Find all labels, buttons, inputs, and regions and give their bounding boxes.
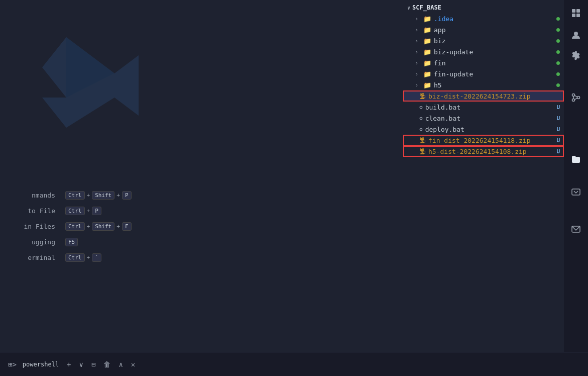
bat-icon: ⚙: [419, 104, 423, 111]
debug-console-icon-btn[interactable]: [567, 183, 585, 201]
folder-icon: 📁: [423, 15, 431, 23]
shortcut-search-label: in Files: [5, 223, 55, 230]
svg-rect-11: [572, 189, 580, 195]
extensions-icon-btn[interactable]: [567, 4, 585, 22]
shortcuts-area: nmands Ctrl + Shift + P to File Ctrl + P…: [0, 191, 201, 269]
settings-icon-btn[interactable]: [567, 46, 585, 64]
badge-u-build: U: [556, 104, 560, 111]
terminal-bar: ⊞> powershell + ∨ ⊟ 🗑 ∧ ✕: [0, 352, 588, 376]
badge-u-deploy: U: [556, 126, 560, 133]
terminal-tab-label: powershell: [23, 361, 59, 368]
badge-dot-idea: [556, 17, 560, 21]
left-panel: [0, 0, 412, 352]
chevron-icon: ›: [415, 16, 421, 22]
folder-name-app: app: [434, 26, 445, 34]
close-terminal-button[interactable]: ✕: [129, 359, 137, 369]
account-icon-btn[interactable]: [567, 26, 585, 44]
bat-icon: ⚙: [419, 115, 423, 122]
badge-dot-app: [556, 28, 560, 32]
shortcut-search: in Files Ctrl + Shift + F: [5, 222, 201, 231]
shortcut-terminal: erminal Ctrl + `: [5, 253, 201, 262]
folder-icon: 📁: [423, 81, 431, 89]
folder-name-h5: h5: [434, 81, 442, 89]
split-editor-button[interactable]: ⊟: [89, 359, 97, 369]
chevron-icon: ›: [415, 38, 421, 44]
tree-item-fin-update[interactable]: › 📁 fin-update: [403, 68, 564, 79]
badge-u-h5-dist: U: [556, 148, 560, 155]
maximize-terminal-button[interactable]: ∧: [116, 359, 125, 369]
file-name-clean-bat: clean.bat: [425, 115, 460, 122]
shortcut-commands: nmands Ctrl + Shift + P: [5, 191, 201, 200]
tree-item-biz-dist-zip[interactable]: 🗜 biz-dist-2022624154723.zip: [403, 90, 564, 102]
explorer-panel: ∨ SCF_BASE › 📁 .idea › 📁 app › 📁 biz › �: [403, 0, 564, 342]
svg-point-4: [574, 32, 578, 36]
shortcut-file-label: to File: [5, 207, 55, 215]
shortcut-debug-label: ugging: [5, 238, 55, 246]
tree-item-fin-dist-zip[interactable]: 🗜 fin-dist-2022624154118.zip U: [403, 135, 564, 146]
terminal-tab: ⊞> powershell: [8, 360, 59, 368]
file-name-fin-dist-zip: fin-dist-2022624154118.zip: [428, 137, 531, 144]
tree-item-biz[interactable]: › 📁 biz: [403, 35, 564, 46]
folder-name-biz-update: biz-update: [434, 48, 473, 56]
shortcut-terminal-keys: Ctrl + `: [65, 253, 101, 262]
tree-item-deploy-bat[interactable]: ⚙ deploy.bat U: [403, 124, 564, 135]
badge-dot-fin-update: [556, 72, 560, 76]
shortcut-debug: ugging F5: [5, 238, 201, 246]
shortcut-file-keys: Ctrl + P: [65, 207, 101, 215]
folder-name-fin: fin: [434, 59, 445, 67]
file-name-h5-dist-zip: h5-dist-2022624154108.zip: [428, 148, 527, 155]
svg-line-9: [575, 96, 577, 97]
chevron-icon: ›: [415, 82, 421, 88]
chevron-icon: ›: [415, 27, 421, 33]
svg-line-10: [575, 98, 577, 100]
tree-item-h5[interactable]: › 📁 h5: [403, 79, 564, 90]
tree-item-app[interactable]: › 📁 app: [403, 24, 564, 35]
zip-icon: 🗜: [419, 148, 426, 155]
tree-item-fin[interactable]: › 📁 fin: [403, 57, 564, 68]
root-label: ∨ SCF_BASE: [403, 2, 564, 13]
explorer-root: ∨ SCF_BASE › 📁 .idea › 📁 app › 📁 biz › �: [403, 0, 564, 157]
svg-rect-0: [572, 9, 575, 13]
mail-icon-btn[interactable]: [567, 220, 585, 238]
folder-icon: 📁: [423, 26, 431, 34]
shortcut-terminal-label: erminal: [5, 254, 55, 261]
folder-icon: 📁: [423, 70, 431, 78]
folder-name-idea: .idea: [434, 15, 453, 23]
folder-icon-btn[interactable]: [567, 151, 585, 169]
chevron-icon: ›: [415, 49, 421, 55]
badge-u-fin-dist: U: [556, 137, 560, 144]
shortcut-commands-keys: Ctrl + Shift + P: [65, 191, 132, 200]
svg-rect-1: [576, 9, 580, 13]
split-terminal-button[interactable]: ∨: [77, 359, 85, 369]
folder-icon: 📁: [423, 48, 431, 56]
tree-item-idea[interactable]: › 📁 .idea: [403, 13, 564, 24]
bat-icon: ⚙: [419, 126, 423, 133]
tree-item-clean-bat[interactable]: ⚙ clean.bat U: [403, 113, 564, 124]
tree-item-biz-update[interactable]: › 📁 biz-update: [403, 46, 564, 57]
chevron-icon: ›: [415, 71, 421, 77]
file-name-deploy-bat: deploy.bat: [425, 126, 464, 133]
shortcut-search-keys: Ctrl + Shift + F: [65, 222, 132, 231]
badge-dot-biz-update: [556, 50, 560, 54]
add-terminal-button[interactable]: +: [65, 359, 73, 369]
file-name-biz-dist-zip: biz-dist-2022624154723.zip: [428, 92, 531, 100]
chevron-icon: ›: [415, 60, 421, 66]
svg-point-5: [572, 94, 575, 97]
shortcut-commands-label: nmands: [5, 192, 55, 199]
tree-item-build-bat[interactable]: ⚙ build.bat U: [403, 102, 564, 113]
shortcut-debug-keys: F5: [65, 238, 78, 246]
vscode-logo: [30, 25, 151, 146]
svg-point-6: [572, 99, 575, 102]
svg-rect-2: [572, 14, 575, 17]
source-control-icon-btn[interactable]: [567, 88, 585, 107]
badge-dot-fin: [556, 61, 560, 65]
zip-icon: 🗜: [419, 137, 426, 144]
folder-icon: 📁: [423, 37, 431, 45]
badge-dot-h5: [556, 83, 560, 87]
zip-icon: 🗜: [419, 92, 426, 100]
badge-dot-biz: [556, 39, 560, 43]
right-icons-panel: [564, 0, 588, 376]
badge-u-clean: U: [556, 115, 560, 122]
tree-item-h5-dist-zip[interactable]: 🗜 h5-dist-2022624154108.zip U: [403, 146, 564, 157]
delete-terminal-button[interactable]: 🗑: [101, 359, 112, 369]
